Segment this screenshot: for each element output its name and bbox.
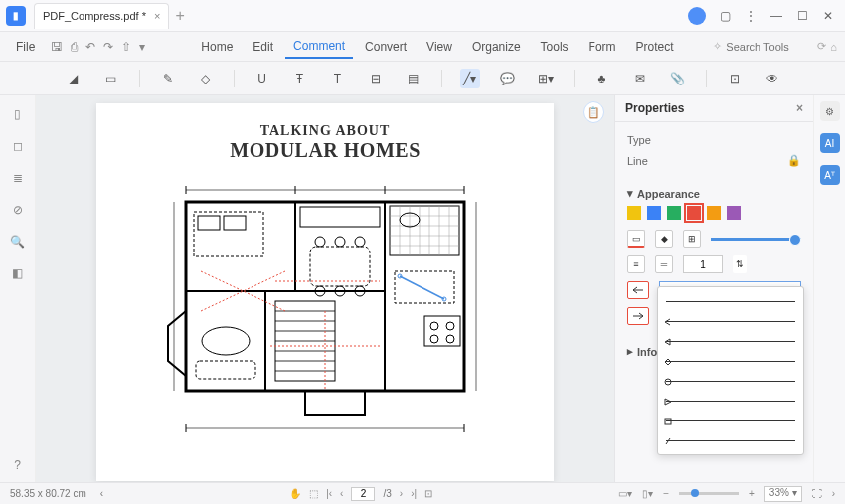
clipboard-badge-icon[interactable]: 📋: [583, 101, 604, 123]
home-icon[interactable]: ⌂: [830, 41, 837, 53]
area-highlight-icon[interactable]: ▭: [101, 69, 121, 88]
user-avatar[interactable]: [688, 7, 706, 25]
fields-icon[interactable]: ◧: [12, 266, 23, 280]
start-arrow-button[interactable]: [627, 281, 649, 299]
line-tool-icon[interactable]: ╱▾: [460, 69, 480, 88]
layers-icon[interactable]: ≣: [13, 171, 23, 185]
search-tools-input[interactable]: [726, 41, 805, 53]
swatch-red[interactable]: [687, 206, 701, 220]
settings-rail-icon[interactable]: ⚙: [820, 101, 840, 121]
close-properties-icon[interactable]: ×: [796, 101, 803, 115]
save-icon[interactable]: 🖫: [51, 40, 63, 54]
share-icon[interactable]: ⇧: [121, 40, 131, 54]
lock-icon[interactable]: 🔒: [787, 154, 801, 167]
measure-tool-icon[interactable]: ⊞▾: [536, 69, 556, 88]
fullscreen-icon[interactable]: ⛶: [812, 488, 822, 499]
eraser-tool-icon[interactable]: ◇: [196, 69, 216, 88]
textbox-tool-icon[interactable]: T: [328, 69, 348, 88]
arrow-style-diamond[interactable]: [658, 351, 803, 371]
menu-organize[interactable]: Organize: [464, 36, 529, 58]
dropdown-qat-icon[interactable]: ▾: [139, 40, 145, 54]
page-number-input[interactable]: [351, 487, 375, 501]
arrow-style-square[interactable]: [658, 411, 803, 430]
end-arrow-button[interactable]: [627, 307, 649, 325]
search-tools[interactable]: ✧ ⟳ ⌂: [713, 40, 837, 53]
hide-comments-icon[interactable]: 👁: [762, 69, 782, 88]
window-panel-icon[interactable]: ▢: [718, 9, 732, 23]
close-window-icon[interactable]: ✕: [821, 9, 835, 23]
menu-form[interactable]: Form: [581, 36, 624, 58]
appearance-header[interactable]: ▾ Appearance: [627, 187, 801, 200]
opacity-toggle-button[interactable]: ⊞: [683, 230, 701, 248]
swatch-yellow[interactable]: [627, 206, 641, 220]
callout-tool-icon[interactable]: ⊟: [366, 69, 386, 88]
thickness-input[interactable]: [683, 255, 723, 273]
redo-icon[interactable]: ↷: [103, 40, 113, 54]
arrow-style-triangle[interactable]: [658, 391, 803, 411]
new-tab-button[interactable]: +: [175, 7, 184, 25]
next-page-icon[interactable]: ›: [400, 488, 403, 499]
reflow-icon[interactable]: ⊡: [424, 488, 432, 499]
pencil-tool-icon[interactable]: ✎: [158, 69, 178, 88]
minimize-icon[interactable]: —: [769, 9, 783, 23]
comments-panel-icon[interactable]: ⊡: [725, 69, 745, 88]
comment-balloon-icon[interactable]: 💬: [498, 69, 518, 88]
canvas-area[interactable]: 📋 TALKING ABOUT MODULAR HOMES: [36, 95, 614, 482]
signature-tool-icon[interactable]: ✉: [630, 69, 650, 88]
arrow-style-slash[interactable]: [658, 430, 803, 450]
menu-tools[interactable]: Tools: [533, 36, 577, 58]
arrow-style-closed[interactable]: [658, 331, 803, 351]
select-tool-icon[interactable]: ⬚: [309, 488, 318, 499]
first-page-icon[interactable]: |‹: [326, 488, 332, 499]
zoom-value-select[interactable]: 33% ▾: [764, 486, 802, 502]
swatch-purple[interactable]: [727, 206, 741, 220]
maximize-icon[interactable]: ☐: [795, 9, 809, 23]
ai-rail-icon[interactable]: AI: [820, 133, 840, 153]
strikethrough-tool-icon[interactable]: Ŧ: [290, 69, 310, 88]
hand-tool-icon[interactable]: ✋: [289, 488, 301, 499]
highlight-tool-icon[interactable]: ◢: [64, 69, 84, 88]
note-tool-icon[interactable]: ▤: [404, 69, 423, 88]
swatch-orange[interactable]: [707, 206, 721, 220]
arrow-style-open[interactable]: [658, 311, 803, 331]
bookmarks-icon[interactable]: ◻: [13, 139, 23, 153]
menu-convert[interactable]: Convert: [357, 36, 415, 58]
zoom-slider[interactable]: [679, 492, 739, 495]
line-thickness-button[interactable]: ═: [655, 255, 673, 273]
print-icon[interactable]: ⎙: [71, 40, 78, 54]
thumbnails-icon[interactable]: ▯: [14, 107, 21, 121]
search-sidebar-icon[interactable]: 🔍: [10, 235, 25, 249]
underline-tool-icon[interactable]: U: [253, 69, 272, 88]
stamp-tool-icon[interactable]: ♣: [592, 69, 612, 88]
menu-edit[interactable]: Edit: [245, 36, 281, 58]
swatch-green[interactable]: [667, 206, 681, 220]
file-menu[interactable]: File: [8, 36, 43, 58]
zoom-out-icon[interactable]: −: [663, 488, 669, 499]
window-more-icon[interactable]: ⋮: [744, 9, 758, 23]
menu-home[interactable]: Home: [193, 36, 241, 58]
attachment-tool-icon[interactable]: 📎: [668, 69, 688, 88]
prev-page-icon[interactable]: ‹: [340, 488, 343, 499]
close-tab-icon[interactable]: ×: [154, 10, 160, 22]
menu-protect[interactable]: Protect: [628, 36, 682, 58]
attachments-sidebar-icon[interactable]: ⊘: [13, 203, 23, 217]
opacity-slider[interactable]: [711, 238, 801, 241]
fit-width-icon[interactable]: ▭▾: [618, 488, 632, 499]
arrow-style-circle[interactable]: [658, 371, 803, 391]
stroke-color-button[interactable]: ▭: [627, 230, 645, 248]
arrow-style-none[interactable]: [658, 291, 803, 311]
chevron-left-icon[interactable]: ‹: [100, 488, 103, 499]
menu-view[interactable]: View: [419, 36, 460, 58]
menu-comment[interactable]: Comment: [285, 35, 353, 59]
zoom-in-icon[interactable]: +: [749, 488, 755, 499]
help-icon[interactable]: ?: [14, 458, 21, 472]
thickness-stepper[interactable]: ⇅: [733, 255, 747, 273]
ai-translate-icon[interactable]: Aᵀ: [820, 165, 840, 185]
page-layout-icon[interactable]: ▯▾: [642, 488, 653, 499]
last-page-icon[interactable]: ›|: [411, 488, 417, 499]
document-tab[interactable]: PDF_Compress.pdf * ×: [34, 3, 169, 29]
fill-color-button[interactable]: ◆: [655, 230, 673, 248]
line-style-button[interactable]: ≡: [627, 255, 645, 273]
undo-icon[interactable]: ↶: [85, 40, 95, 54]
chevron-right-status-icon[interactable]: ›: [832, 488, 835, 499]
